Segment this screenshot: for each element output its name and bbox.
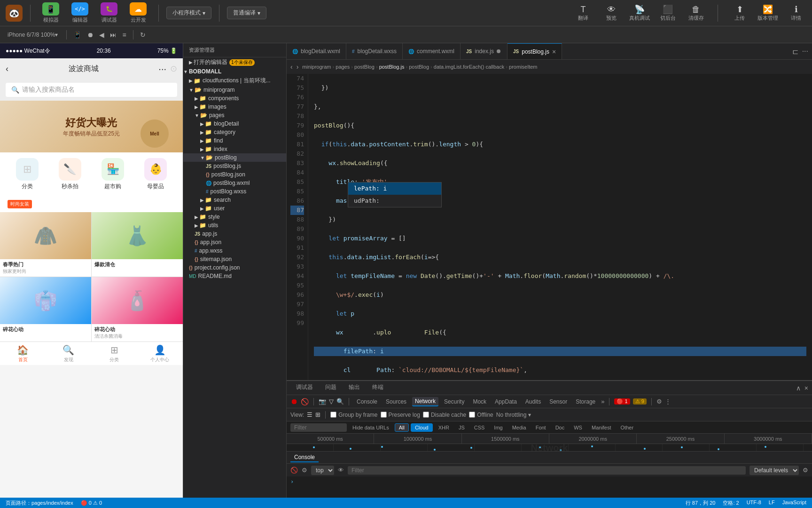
more-tabs-icon[interactable]: ··· — [802, 47, 808, 56]
utils-folder[interactable]: ▶ 📁 utils — [183, 221, 286, 230]
tab-postblogjs[interactable]: JS postBlog.js × — [508, 43, 562, 59]
appwxss-file[interactable]: # app.wxss — [183, 246, 286, 255]
console-settings-icon[interactable]: ⚙ — [302, 467, 307, 474]
mode-button[interactable]: 小程序模式 ▾ — [166, 7, 211, 19]
nav-discover[interactable]: 🔍 发现 — [46, 344, 91, 363]
editor-btn[interactable]: </> 编辑器 — [67, 2, 93, 24]
console-filter-input[interactable] — [348, 466, 746, 475]
tab-commentwxml[interactable]: 🌐 comment.wxml — [403, 43, 461, 59]
miniprogram-folder[interactable]: ▼ 📂 miniprogram — [183, 86, 286, 94]
tab-terminal[interactable]: 终端 — [367, 381, 389, 394]
sitemapjson-file[interactable]: {} sitemap.json — [183, 255, 286, 263]
product-1[interactable]: 🧥 春季热门 独家更时尚 — [0, 212, 91, 277]
filter-all[interactable]: All — [395, 423, 409, 432]
refresh-icon[interactable]: ↻ — [138, 30, 148, 40]
projectconfig-file[interactable]: {} project.config.json — [183, 263, 286, 272]
tab-blogdetailwxss[interactable]: # blogDetail.wxss — [346, 43, 403, 59]
clear-network-icon[interactable]: 🚫 — [301, 398, 309, 405]
wechat-stop-icon[interactable]: ⊙ — [170, 64, 177, 74]
readme-file[interactable]: MD README.md — [183, 272, 286, 280]
nav-home[interactable]: 🏠 首页 — [0, 344, 46, 363]
throttling-selector[interactable]: No throttling ▾ — [496, 412, 531, 418]
view-grid-icon[interactable]: ⊞ — [315, 411, 320, 418]
forward-icon[interactable]: ⏭ — [108, 30, 118, 40]
close-devtools-icon[interactable]: × — [804, 384, 808, 392]
postblogwxss-file[interactable]: # postBlog.wxss — [183, 187, 286, 196]
category-item-1[interactable]: ⊞ 分类 — [6, 158, 48, 190]
background-btn[interactable]: ⬛ 切后台 — [657, 4, 678, 22]
devtools-storage-tab[interactable]: Storage — [573, 397, 598, 406]
filter-css[interactable]: CSS — [470, 424, 489, 431]
menu-icon[interactable]: ≡ — [120, 30, 128, 40]
hide-data-urls-btn[interactable]: Hide data URLs — [349, 424, 393, 431]
filter-toggle-icon[interactable]: ▽ — [329, 398, 334, 405]
filter-img[interactable]: Img — [490, 424, 506, 431]
device-selector[interactable]: iPhone 6/7/8 100%▾ — [4, 31, 62, 39]
autocomplete-item-1[interactable]: lePath: i — [348, 183, 441, 195]
filter-input[interactable] — [290, 423, 347, 432]
view-list-icon[interactable]: ☰ — [307, 411, 312, 418]
search-network-icon[interactable]: 🔍 — [336, 398, 344, 405]
collapse-devtools-icon[interactable]: ∧ — [796, 384, 801, 392]
filter-manifest[interactable]: Manifest — [588, 424, 615, 431]
simulator-btn[interactable]: 📱 模拟器 — [38, 2, 63, 24]
filter-media[interactable]: Media — [508, 424, 530, 431]
search-folder[interactable]: ▶ 📁 search — [183, 196, 286, 204]
images-folder[interactable]: ▶ 📁 images — [183, 103, 286, 111]
device-icon[interactable]: 📱 — [71, 30, 83, 40]
devtools-audits-tab[interactable]: Audits — [523, 397, 544, 406]
preserve-log-label[interactable]: Preserve log — [381, 412, 420, 418]
cloudfunctions-folder[interactable]: ▶ 📁 cloudfunctions | 当前环境... — [183, 76, 286, 86]
tab-close-icon[interactable]: × — [552, 48, 556, 56]
tab-output[interactable]: 输出 — [343, 381, 366, 394]
filter-cloud[interactable]: Cloud — [411, 423, 433, 432]
offline-checkbox[interactable] — [469, 412, 475, 418]
style-folder[interactable]: ▶ 📁 style — [183, 213, 286, 221]
record-button[interactable]: ⏺ — [290, 397, 298, 406]
devtools-sources-tab[interactable]: Sources — [383, 397, 409, 406]
search-bar[interactable]: 🔍 请输入搜索商品名 — [6, 83, 177, 97]
user-folder[interactable]: ▶ 📁 user — [183, 204, 286, 213]
filter-doc[interactable]: Doc — [552, 424, 569, 431]
filter-xhr[interactable]: XHR — [435, 424, 453, 431]
postblogwxml-file[interactable]: 🌐 postBlog.wxml — [183, 179, 286, 187]
debugger-btn[interactable]: 🐛 调试器 — [96, 2, 122, 24]
console-clear-icon[interactable]: 🚫 — [290, 467, 298, 474]
category-item-4[interactable]: 👶 母婴品 — [134, 158, 177, 190]
console-levels-select[interactable]: Default levels — [750, 466, 799, 475]
autocomplete-item-2[interactable]: udPath: — [348, 195, 441, 207]
filter-ws[interactable]: WS — [570, 424, 586, 431]
devtools-appdata-tab[interactable]: AppData — [492, 397, 520, 406]
blogdetail-folder[interactable]: ▶ 📁 blogDetail — [183, 119, 286, 128]
clear-cache-btn[interactable]: 🗑 清缓存 — [686, 5, 706, 22]
group-by-frame-label[interactable]: Group by frame — [330, 412, 377, 418]
disable-cache-label[interactable]: Disable cache — [423, 412, 466, 418]
offline-label[interactable]: Offline — [469, 412, 493, 418]
find-folder[interactable]: ▶ 📁 find — [183, 136, 286, 145]
preview-btn[interactable]: 👁 预览 — [601, 5, 622, 22]
version-btn[interactable]: 🔀 版本管理 — [757, 4, 778, 22]
category-item-2[interactable]: 🔪 秒杀拍 — [48, 158, 91, 190]
devtools-mock-tab[interactable]: Mock — [470, 397, 489, 406]
group-by-frame-checkbox[interactable] — [330, 412, 336, 418]
appjson-file[interactable]: {} app.json — [183, 238, 286, 246]
devtools-security-tab[interactable]: Security — [441, 397, 467, 406]
filter-js[interactable]: JS — [455, 424, 468, 431]
upload-btn[interactable]: ⬆ 上传 — [729, 4, 750, 22]
split-editor-icon[interactable]: ⊏ — [792, 47, 798, 56]
filter-other[interactable]: Other — [617, 424, 638, 431]
postblogjson-file[interactable]: {} postBlog.json — [183, 170, 286, 179]
category-folder[interactable]: ▶ 📁 category — [183, 128, 286, 136]
details-btn[interactable]: ℹ 详情 — [786, 4, 806, 22]
product-2[interactable]: 👗 爆款清仓 — [92, 212, 183, 277]
tab-debugger[interactable]: 调试器 — [290, 381, 319, 394]
nav-category[interactable]: ⊞ 分类 — [92, 344, 137, 363]
root-folder[interactable]: ▼ BOBOMALL — [183, 67, 286, 76]
back-icon[interactable]: ◀ — [97, 30, 106, 40]
cloud-dev-btn[interactable]: ☁ 云开发 — [125, 2, 151, 24]
devtools-network-tab[interactable]: Network — [412, 397, 438, 406]
product-4[interactable]: 🧴 碎花心动 清洁杀菌消毒 — [92, 277, 183, 341]
appjs-file[interactable]: JS app.js — [183, 230, 286, 238]
more-devtools-icon[interactable]: » — [601, 398, 604, 405]
console-context-select[interactable]: top — [311, 466, 334, 475]
